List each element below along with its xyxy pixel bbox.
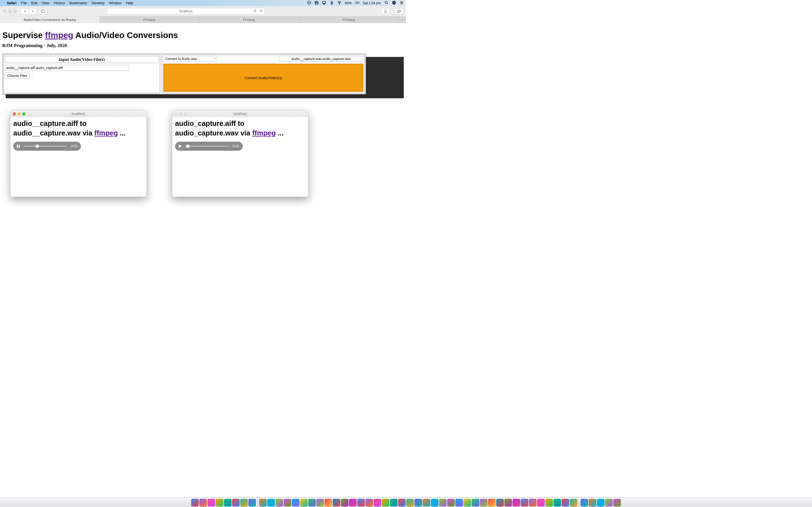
new-tab-button[interactable]: ＋ xyxy=(399,16,406,23)
output-files-field[interactable] xyxy=(279,56,363,62)
show-tabs-button[interactable] xyxy=(395,8,403,14)
menu-history[interactable]: History xyxy=(54,1,65,5)
reader-audio-icon[interactable] xyxy=(253,9,257,13)
popup-1-ffmpeg-link[interactable]: ffmpeg xyxy=(94,129,118,137)
safari-toolbar: localhost xyxy=(0,6,406,16)
popup-2-titlebar[interactable]: localhost xyxy=(172,110,308,117)
tab-ffmpeg-2[interactable]: FFmpeg xyxy=(199,16,299,23)
popup-2-time: -0:02 xyxy=(232,144,239,148)
notification-center-icon[interactable] xyxy=(400,1,404,6)
reload-icon[interactable] xyxy=(259,9,263,13)
svg-point-0 xyxy=(308,1,311,4)
menu-view[interactable]: View xyxy=(42,1,49,5)
page-subtitle: RJM Programming - July, 2020 xyxy=(2,43,404,48)
zoom-window-button[interactable] xyxy=(13,10,17,13)
input-header: Input Audio/Video File(s) xyxy=(5,56,159,63)
popup-2-zoom-icon[interactable] xyxy=(184,112,187,115)
svg-rect-1 xyxy=(322,1,326,4)
spotlight-icon[interactable] xyxy=(384,1,389,6)
tab-ffmpeg-3[interactable]: FFmpeg xyxy=(299,16,399,23)
output-cell: Convert to Audio wav Convert Audio/Video… xyxy=(162,55,365,93)
pause-icon[interactable] xyxy=(17,144,20,148)
popup-2-heading: audio_capture.aiff to audio_capture.wav … xyxy=(175,119,305,138)
close-window-button[interactable] xyxy=(3,10,6,13)
svg-rect-8 xyxy=(397,10,400,13)
popup-window-1: localhost audio__capture.aiff to audio__… xyxy=(10,110,147,197)
battery-icon[interactable] xyxy=(355,1,359,6)
address-bar[interactable]: localhost xyxy=(107,8,265,15)
popup-1-min-icon[interactable] xyxy=(17,112,20,115)
window-traffic-lights xyxy=(3,10,17,13)
safari-tab-bar: Audio/Video Conversions via ffmpeg FFmpe… xyxy=(0,16,406,23)
menu-develop[interactable]: Develop xyxy=(92,1,105,5)
minimize-window-button[interactable] xyxy=(8,10,11,13)
output-format-select[interactable]: Convert to Audio wav xyxy=(163,56,217,62)
address-text: localhost xyxy=(179,9,192,13)
macos-menu-bar: Safari File Edit View History Bookmarks … xyxy=(0,0,406,6)
menu-clock[interactable]: Sat 1:04 pm xyxy=(363,1,381,5)
svg-rect-10 xyxy=(17,145,18,148)
popup-1-audio-player[interactable]: -0:03 xyxy=(13,142,81,151)
menu-help[interactable]: Help xyxy=(126,1,133,5)
svg-rect-7 xyxy=(42,10,45,13)
svg-point-5 xyxy=(385,1,387,3)
tab-audio-video-conversions[interactable]: Audio/Video Conversions via ffmpeg xyxy=(0,16,100,23)
ffmpeg-link[interactable]: ffmpeg xyxy=(45,31,73,40)
popup-2-thumb[interactable] xyxy=(186,145,190,148)
menu-app-name[interactable]: Safari xyxy=(7,1,17,5)
page-content: Supervise ffmpeg Audio/Video Conversions… xyxy=(0,23,406,199)
battery-percent[interactable]: 84% xyxy=(345,1,352,5)
malwarebytes-icon[interactable]: ⓜ xyxy=(315,1,319,6)
tab-ffmpeg-1[interactable]: FFmpeg xyxy=(100,16,200,23)
play-icon[interactable] xyxy=(179,144,183,148)
popup-2-audio-player[interactable]: -0:02 xyxy=(175,142,243,151)
popup-window-2: localhost audio_capture.aiff to audio_ca… xyxy=(172,110,308,197)
popup-2-ffmpeg-link[interactable]: ffmpeg xyxy=(252,129,276,137)
bluetooth-icon[interactable] xyxy=(329,1,334,6)
svg-rect-4 xyxy=(359,2,359,3)
popup-1-thumb[interactable] xyxy=(36,145,39,148)
popup-1-titlebar[interactable]: localhost xyxy=(10,110,146,117)
svg-rect-11 xyxy=(19,145,20,148)
menu-window[interactable]: Window xyxy=(109,1,121,5)
wifi-icon[interactable] xyxy=(337,1,342,6)
sidebar-toggle-button[interactable] xyxy=(39,8,47,14)
popup-2-title: localhost xyxy=(234,112,247,116)
back-button[interactable] xyxy=(21,8,29,14)
popup-1-zoom-icon[interactable] xyxy=(22,112,26,115)
svg-point-2 xyxy=(339,4,340,4)
menu-file[interactable]: File xyxy=(21,1,27,5)
input-files-field[interactable] xyxy=(5,65,129,71)
choose-files-button[interactable]: Choose Files xyxy=(5,73,30,79)
popup-1-track[interactable] xyxy=(23,146,67,147)
popup-2-track[interactable] xyxy=(185,146,229,147)
airplay-icon[interactable] xyxy=(322,1,326,6)
forward-button[interactable] xyxy=(29,8,37,14)
popup-1-title: localhost xyxy=(71,112,85,116)
siri-icon[interactable] xyxy=(392,1,396,6)
share-button[interactable] xyxy=(381,8,390,14)
popup-1-heading: audio__capture.aiff to audio__capture.wa… xyxy=(13,119,144,138)
popup-2-close-icon[interactable] xyxy=(174,112,177,115)
avast-icon[interactable] xyxy=(307,1,311,6)
input-cell: Input Audio/Video File(s) Choose Files xyxy=(3,55,160,93)
popup-windows: localhost audio__capture.aiff to audio__… xyxy=(10,110,404,197)
convert-button[interactable]: Convert Audio/Video(s) xyxy=(163,64,363,92)
menu-edit[interactable]: Edit xyxy=(31,1,38,5)
page-title: Supervise ffmpeg Audio/Video Conversions xyxy=(2,31,404,40)
popup-1-close-icon[interactable] xyxy=(13,112,16,115)
conversion-panel: Input Audio/Video File(s) Choose Files C… xyxy=(2,54,366,94)
popup-2-min-icon[interactable] xyxy=(179,112,183,115)
menu-bookmarks[interactable]: Bookmarks xyxy=(69,1,87,5)
svg-rect-9 xyxy=(398,10,401,12)
popup-1-time: -0:03 xyxy=(70,144,78,148)
